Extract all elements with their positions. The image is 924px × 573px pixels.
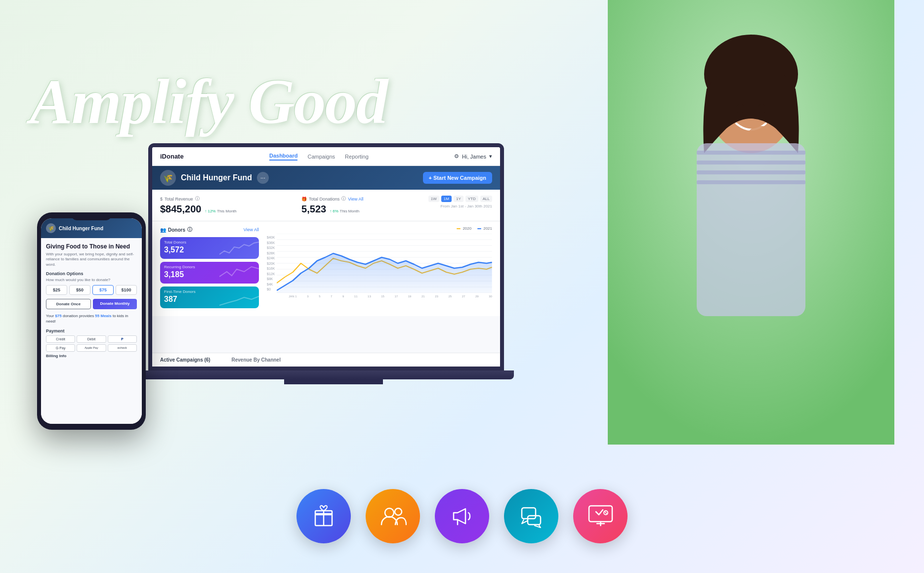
- phone-screen: 🌾 Child Hunger Fund Giving Food to Those…: [41, 218, 142, 424]
- amount-50[interactable]: $50: [69, 285, 90, 295]
- megaphone-feature-icon[interactable]: [435, 489, 489, 543]
- donors-header: 👥 Donors ⓘ View All: [160, 226, 259, 233]
- chart-y-labels: $40K$36K$32K$28K $24K$20K$16K$12K $8K$4K…: [267, 234, 275, 293]
- donors-section: 👥 Donors ⓘ View All Total Donors 3,572: [160, 226, 259, 311]
- total-revenue-stat: $ Total Revenue ⓘ $845,200 ↑ 12% This Mo…: [160, 196, 237, 215]
- amount-25[interactable]: $25: [46, 285, 67, 295]
- chat-feature-icon[interactable]: [504, 489, 558, 543]
- impact-text: Your $75 donation provides 55 Meals to k…: [46, 313, 137, 324]
- donation-options-title: Donation Options: [46, 271, 137, 276]
- revenue-label: $ Total Revenue ⓘ: [160, 196, 237, 202]
- phone-campaign-desc: With your support, we bring hope, dignit…: [46, 252, 137, 267]
- dashboard-nav: Dashboard Campaigns Reporting: [269, 153, 369, 161]
- chart-canvas-area: JAN 13579 1113151719 212325272930: [277, 234, 492, 298]
- svg-rect-3: [697, 143, 805, 316]
- payment-applepay[interactable]: Apple Pay: [77, 344, 106, 352]
- filter-1w[interactable]: 1W: [428, 196, 439, 202]
- donation-question: How much would you like to donate?: [46, 278, 137, 282]
- nav-reporting[interactable]: Reporting: [345, 154, 369, 160]
- donate-buttons: Donate Once Donate Monthly: [46, 299, 137, 309]
- charts-area: 👥 Donors ⓘ View All Total Donors 3,572: [152, 221, 500, 316]
- svg-point-9: [758, 104, 766, 114]
- dashboard-header: iDonate Dashboard Campaigns Reporting ⚙ …: [152, 147, 500, 166]
- nav-campaigns[interactable]: Campaigns: [307, 154, 335, 160]
- revenue-change: ↑ 12%: [205, 209, 215, 213]
- billing-info-label: Billing Info: [46, 354, 137, 358]
- svg-rect-27: [522, 508, 536, 519]
- phone-header-icon: 🌾: [46, 223, 56, 233]
- svg-rect-29: [589, 506, 612, 522]
- phone-body: Giving Food to Those in Need With your s…: [41, 238, 142, 424]
- recurring-donors-card: Recurring Donors 3,185: [160, 262, 259, 284]
- filter-1m[interactable]: 1M: [441, 196, 452, 202]
- dashboard-user: ⚙ Hi, James ▾: [454, 153, 492, 160]
- donations-change: ↑ 6%: [330, 209, 338, 213]
- svg-rect-7: [697, 180, 805, 184]
- donors-title: 👥 Donors ⓘ: [160, 226, 192, 233]
- donations-sub: This Month: [340, 209, 360, 213]
- amount-75[interactable]: $75: [92, 285, 114, 295]
- payment-methods: Credit Debit P G Pay Apple Pay echeck: [46, 335, 137, 352]
- phone-header-title: Child Hunger Fund: [59, 226, 103, 231]
- donate-once-button[interactable]: Donate Once: [46, 299, 91, 309]
- payment-gpay[interactable]: G Pay: [46, 344, 75, 352]
- dashboard: iDonate Dashboard Campaigns Reporting ⚙ …: [152, 147, 500, 367]
- date-range: From Jan 1st - Jan 30th 2021: [428, 204, 492, 208]
- campaign-banner: 🌾 Child Hunger Fund ··· + Start New Camp…: [152, 166, 500, 190]
- chart-legend: 2020 2021: [267, 226, 492, 231]
- phone-notch: [72, 212, 111, 220]
- campaign-info: 🌾 Child Hunger Fund ···: [160, 170, 269, 186]
- laptop-container: iDonate Dashboard Campaigns Reporting ⚙ …: [148, 143, 519, 390]
- donation-amounts: $25 $50 $75 $100: [46, 285, 137, 295]
- svg-point-8: [736, 104, 744, 114]
- payment-paypal[interactable]: P: [108, 335, 137, 343]
- stats-area: $ Total Revenue ⓘ $845,200 ↑ 12% This Mo…: [152, 190, 500, 221]
- users-feature-icon[interactable]: [366, 489, 420, 543]
- woman-photo: [608, 0, 894, 445]
- donors-view-all[interactable]: View All: [244, 227, 259, 232]
- new-campaign-button[interactable]: + Start New Campaign: [423, 172, 492, 184]
- svg-rect-28: [528, 516, 541, 525]
- chart-wrapper: $40K$36K$32K$28K $24K$20K$16K$12K $8K$4K…: [267, 234, 492, 298]
- svg-rect-6: [697, 170, 805, 174]
- donations-value: 5,523: [301, 204, 326, 214]
- time-filters: 1W 1M 1Y YTD ALL: [428, 196, 492, 202]
- time-filter-area: 1W 1M 1Y YTD ALL From Jan 1st - Jan 30th…: [428, 196, 492, 208]
- monitor-feature-icon[interactable]: [573, 489, 628, 543]
- donate-monthly-button[interactable]: Donate Monthly: [93, 299, 137, 309]
- total-donations-stat: 🎁 Total Donations ⓘ View All 5,523 ↑ 6% …: [301, 196, 363, 215]
- filter-ytd[interactable]: YTD: [465, 196, 478, 202]
- payment-credit[interactable]: Credit: [46, 335, 75, 343]
- gift-feature-icon[interactable]: [296, 489, 351, 543]
- bottom-icons: [296, 489, 628, 543]
- phone-frame: 🌾 Child Hunger Fund Giving Food to Those…: [37, 212, 146, 430]
- filter-all[interactable]: ALL: [480, 196, 492, 202]
- campaign-name: Child Hunger Fund: [181, 173, 252, 182]
- dashboard-logo: iDonate: [160, 153, 184, 160]
- campaign-icon: 🌾: [160, 170, 176, 186]
- legend-dot-2021: [477, 228, 481, 229]
- nav-dashboard[interactable]: Dashboard: [269, 153, 297, 161]
- legend-2021: 2021: [477, 226, 492, 231]
- first-time-donors-card: First-Time Donors 387: [160, 286, 259, 308]
- chart-x-labels: JAN 13579 1113151719 212325272930: [277, 295, 492, 298]
- svg-point-25: [385, 508, 394, 517]
- payment-echeck[interactable]: echeck: [108, 344, 137, 352]
- phone-header: 🌾 Child Hunger Fund: [41, 218, 142, 238]
- campaign-menu-button[interactable]: ···: [257, 172, 269, 184]
- phone-campaign-title: Giving Food to Those in Need: [46, 243, 137, 250]
- svg-rect-4: [697, 151, 805, 155]
- payment-debit[interactable]: Debit: [77, 335, 106, 343]
- amount-100[interactable]: $100: [116, 285, 137, 295]
- revenue-sub: This Month: [217, 209, 237, 213]
- filter-1y[interactable]: 1Y: [454, 196, 463, 202]
- chart-svg: [277, 234, 492, 293]
- donations-view-all[interactable]: View All: [348, 197, 363, 202]
- donations-label: 🎁 Total Donations ⓘ View All: [301, 196, 363, 202]
- svg-rect-5: [697, 161, 805, 164]
- revenue-value: $845,200: [160, 204, 201, 214]
- laptop-base: [138, 370, 514, 379]
- legend-2020: 2020: [457, 226, 471, 231]
- total-donors-card: Total Donors 3,572: [160, 237, 259, 259]
- legend-dot-2020: [457, 228, 461, 229]
